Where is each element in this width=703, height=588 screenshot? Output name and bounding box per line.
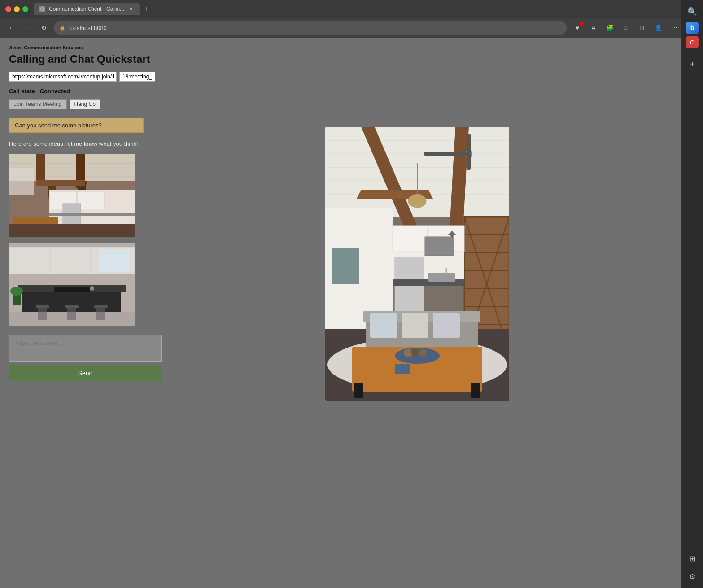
- active-tab[interactable]: ⬡ Communication Client - Callin... ×: [34, 3, 140, 15]
- svg-rect-17: [9, 168, 34, 195]
- svg-rect-32: [94, 305, 108, 308]
- sidebar-layout-button[interactable]: ⊞: [684, 550, 700, 566]
- browser-chrome: ⬡ Communication Client - Callin... × + ←…: [0, 0, 703, 38]
- maximize-button[interactable]: [22, 6, 28, 12]
- svg-rect-87: [424, 152, 469, 156]
- svg-point-26: [90, 286, 94, 291]
- sidebar-settings-button[interactable]: ⚙: [684, 568, 700, 584]
- svg-text:✦: ✦: [446, 227, 458, 242]
- token-input[interactable]: [119, 72, 155, 82]
- sidebar-divider: [687, 52, 698, 52]
- preview-image[interactable]: ✦: [325, 127, 509, 401]
- close-button[interactable]: [5, 6, 11, 12]
- refresh-button[interactable]: ↻: [38, 22, 50, 34]
- svg-point-50: [408, 194, 426, 208]
- svg-rect-68: [428, 273, 455, 282]
- main-content: Azure Communication Services Calling and…: [0, 38, 681, 588]
- svg-rect-63: [393, 226, 428, 252]
- message-input-area: Send: [9, 335, 162, 381]
- svg-rect-75: [402, 313, 428, 338]
- page-wrapper: Azure Communication Services Calling and…: [0, 38, 681, 588]
- page-heading: Calling and Chat Quickstart: [9, 53, 672, 65]
- nav-bar: ← → ↻ 🔒 localhost:8080 ♥ A 🧩 ☆ ⊞ 👤 ⋯ b: [0, 18, 703, 38]
- svg-point-35: [10, 287, 23, 296]
- preview-image-area: ✦: [162, 118, 672, 409]
- profile-button[interactable]: 👤: [651, 21, 665, 35]
- tab-close-button[interactable]: ×: [128, 6, 134, 12]
- join-teams-meeting-button[interactable]: Join Teams Meeting: [9, 99, 67, 109]
- svg-rect-14: [49, 213, 135, 216]
- send-button[interactable]: Send: [9, 365, 162, 381]
- sidebar-toggle-button[interactable]: ⊞: [635, 21, 649, 35]
- two-column-layout: Can you send me some pictures? Here are …: [9, 118, 672, 409]
- received-message-text: Can you send me some pictures?: [15, 122, 102, 129]
- received-message-bubble: Can you send me some pictures?: [9, 118, 144, 133]
- sidebar-search-button[interactable]: 🔍: [684, 4, 700, 20]
- button-row: Join Teams Meeting Hang Up: [9, 99, 672, 109]
- chat-panel: Can you send me some pictures? Here are …: [9, 118, 162, 409]
- svg-rect-30: [65, 305, 79, 308]
- input-row: [9, 72, 672, 82]
- svg-point-83: [419, 349, 427, 357]
- svg-rect-78: [354, 383, 363, 398]
- chat-image-2[interactable]: [9, 243, 135, 326]
- browser-extensions-button[interactable]: 🧩: [603, 21, 617, 35]
- message-input[interactable]: [9, 335, 162, 362]
- svg-rect-36: [99, 249, 130, 272]
- address-text: localhost:8080: [69, 25, 107, 31]
- title-bar: ⬡ Communication Client - Callin... × +: [0, 0, 703, 18]
- svg-rect-76: [433, 313, 460, 338]
- edge-sidebar: 🔍 b O + ⊞ ⚙: [681, 0, 703, 588]
- app-service-title: Azure Communication Services: [9, 45, 672, 50]
- image-grid: [9, 154, 162, 326]
- svg-rect-16: [9, 224, 135, 237]
- read-aloud-button[interactable]: A: [586, 21, 601, 35]
- sent-message-text: Here are some ideas, let me know what yo…: [9, 140, 162, 148]
- svg-rect-21: [50, 247, 91, 273]
- chat-image-1[interactable]: [9, 154, 135, 237]
- meeting-url-input[interactable]: [9, 72, 117, 82]
- bing-logo[interactable]: b: [686, 22, 699, 34]
- svg-rect-12: [77, 191, 104, 209]
- traffic-lights: [5, 6, 28, 12]
- outlook-button[interactable]: O: [686, 36, 699, 48]
- bing-logo-text: b: [690, 24, 694, 31]
- svg-rect-20: [9, 247, 49, 273]
- call-state-value: Connected: [40, 88, 70, 95]
- lock-icon: 🔒: [59, 25, 65, 31]
- more-button[interactable]: ⋯: [667, 21, 681, 35]
- address-bar[interactable]: 🔒 localhost:8080: [54, 21, 567, 35]
- back-button[interactable]: ←: [5, 22, 18, 34]
- hang-up-button[interactable]: Hang Up: [70, 99, 100, 109]
- tab-favicon: ⬡: [39, 6, 45, 12]
- svg-rect-88: [467, 134, 471, 170]
- call-state: Call state Connected: [9, 88, 672, 95]
- tab-bar: ⬡ Communication Client - Callin... × +: [34, 3, 698, 15]
- svg-rect-33: [9, 312, 135, 326]
- minimize-button[interactable]: [14, 6, 20, 12]
- svg-rect-7: [36, 154, 45, 183]
- svg-rect-28: [36, 305, 49, 308]
- svg-rect-85: [332, 248, 359, 284]
- call-state-label: Call state: [9, 88, 35, 95]
- favorites-icon-button[interactable]: ♥: [570, 21, 585, 35]
- tab-title: Communication Client - Callin...: [49, 6, 124, 12]
- svg-rect-74: [370, 313, 397, 338]
- svg-rect-25: [54, 287, 90, 292]
- sidebar-plus-button[interactable]: +: [684, 56, 700, 72]
- forward-button[interactable]: →: [22, 22, 34, 34]
- nav-actions: ♥ A 🧩 ☆ ⊞ 👤 ⋯ b: [570, 21, 698, 35]
- svg-rect-84: [395, 364, 410, 374]
- svg-rect-9: [36, 180, 85, 186]
- svg-point-82: [411, 348, 419, 356]
- new-tab-button[interactable]: +: [141, 4, 152, 14]
- svg-rect-79: [471, 383, 480, 398]
- add-favorites-button[interactable]: ☆: [619, 21, 633, 35]
